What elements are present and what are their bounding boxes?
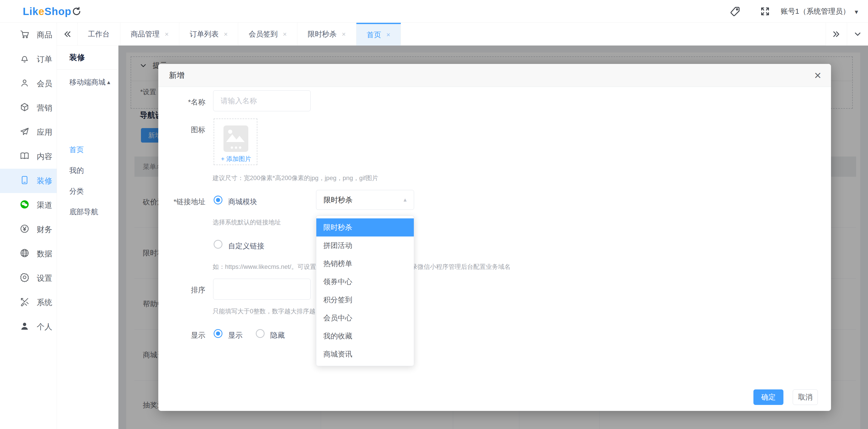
sidebar-item-label: 装修 [37,176,52,186]
chevrons-right-icon[interactable] [826,23,847,45]
sidebar-item-label: 个人 [37,321,52,332]
refresh-icon[interactable] [71,6,82,17]
gear-icon [20,272,30,284]
sidebar-item-apps[interactable]: 应用 [0,120,57,144]
submenu-item-bottom-nav[interactable]: 底部导航 [69,206,111,218]
display-show-label[interactable]: 显示 [228,330,243,340]
dropdown-option[interactable]: 积分签到 [316,291,414,309]
sidebar-item-orders[interactable]: 订单 [0,47,57,71]
sort-hint: 只能填写大于0整数，数字越大排序越 [213,307,315,315]
globe-icon [20,248,30,260]
sidebar-item-content[interactable]: 内容 [0,144,57,169]
dropdown-option[interactable]: 领券中心 [316,273,414,291]
sidebar-item-finance[interactable]: 财务 [0,217,57,242]
confirm-button[interactable]: 确定 [753,390,783,405]
tab-bar: 工作台 商品管理 × 订单列表 × 会员签到 × 限时秒杀 × 首页 × [57,23,868,45]
dropdown-option[interactable]: 会员中心 [316,309,414,327]
cube-icon [20,102,30,114]
tab-label: 限时秒杀 [308,29,337,39]
display-hide-radio[interactable] [256,329,265,338]
dropdown-option[interactable]: 商城资讯 [316,345,414,363]
link-select[interactable]: 限时秒杀 ▲ [316,190,414,210]
sidebar-item-label: 营销 [37,103,52,113]
tab-label: 商品管理 [131,29,160,39]
custom-link-radio[interactable] [214,240,222,249]
close-icon[interactable]: × [224,30,227,38]
tab-workbench[interactable]: 工作台 [78,23,120,45]
decorate-submenu: 装修 移动端商城 ▲ 首页 我的 分类 底部导航 [57,45,119,429]
sidebar-item-members[interactable]: 会员 [0,71,57,96]
tools-icon [20,297,30,308]
close-icon[interactable]: × [342,30,346,38]
sidebar-item-system[interactable]: 系统 [0,290,57,315]
submenu-item-category[interactable]: 分类 [69,185,111,198]
sidebar-item-label: 渠道 [37,200,52,211]
submenu-group-label: 移动端商城 [69,78,105,87]
paper-plane-icon [20,126,30,138]
dropdown-option[interactable]: 限时秒杀 [316,218,414,237]
close-icon[interactable]: × [814,68,821,83]
submenu-group-mobile-mall[interactable]: 移动端商城 ▲ [69,74,119,90]
book-icon [20,151,30,162]
submenu-item-mine[interactable]: 我的 [69,164,111,177]
cart-icon [20,29,30,41]
sidebar-item-decorate[interactable]: 装修 [0,169,57,193]
add-image-link[interactable]: + 添加图片 [214,155,258,163]
cancel-button[interactable]: 取消 [793,390,818,405]
tab-goods-manage[interactable]: 商品管理 × [120,23,179,45]
account-menu[interactable]: 账号1（系统管理员） [781,0,850,23]
dialog-header: 新增 × [158,64,831,87]
sidebar-item-label: 系统 [37,297,52,308]
sidebar-item-label: 数据 [37,249,52,259]
link-label: *链接地址 [158,197,205,207]
person-icon [20,78,30,90]
sidebar-item-label: 会员 [37,79,52,89]
sidebar-item-label: 订单 [37,54,52,65]
link-select-dropdown: 限时秒杀 拼团活动 热销榜单 领券中心 积分签到 会员中心 我的收藏 商城资讯 [316,216,414,366]
tab-label: 会员签到 [249,29,278,39]
dropdown-option[interactable]: 我的收藏 [316,327,414,345]
tab-label: 订单列表 [190,29,219,39]
tab-label: 工作台 [88,29,110,39]
sidebar-item-settings[interactable]: 设置 [0,266,57,290]
bell-icon [20,54,30,65]
caret-up-icon: ▲ [106,80,111,85]
tab-home[interactable]: 首页 × [356,23,401,45]
tag-icon[interactable] [730,6,741,17]
user-filled-icon [20,321,30,333]
chevrons-left-icon[interactable] [57,23,78,45]
display-hide-label[interactable]: 隐藏 [270,330,285,340]
link-select-value: 限时秒杀 [323,195,352,205]
fullscreen-icon[interactable] [760,6,770,17]
custom-link-radio-label[interactable]: 自定义链接 [228,241,264,251]
mall-module-radio[interactable] [214,195,222,205]
top-header: LikeShop 账号1（系统管理员） ▼ [0,0,868,23]
sort-input[interactable] [213,279,311,300]
sidebar-item-label: 内容 [37,151,52,162]
tab-order-list[interactable]: 订单列表 × [179,23,238,45]
submenu-title: 装修 [69,45,119,69]
chevron-down-icon[interactable] [847,23,868,45]
sidebar-item-data[interactable]: 数据 [0,242,57,266]
sidebar-item-channels[interactable]: 渠道 [0,193,57,217]
tab-member-signin[interactable]: 会员签到 × [238,23,297,45]
name-input[interactable] [213,90,311,111]
mall-module-radio-label[interactable]: 商城模块 [228,197,257,207]
account-caret-down-icon[interactable]: ▼ [854,9,859,16]
logo: LikeShop [23,0,71,23]
sort-label: 排序 [158,285,205,295]
custom-link-hint-right: 录微信小程序管理后台配置业务域名 [411,263,510,271]
submenu-item-home[interactable]: 首页 [69,143,111,156]
dropdown-option[interactable]: 拼团活动 [316,237,414,255]
close-icon[interactable]: × [165,30,168,38]
dropdown-option[interactable]: 热销榜单 [316,255,414,273]
sidebar-item-label: 财务 [37,224,52,235]
tab-flash-sale[interactable]: 限时秒杀 × [298,23,356,45]
close-icon[interactable]: × [283,30,286,38]
close-icon[interactable]: × [386,31,390,39]
sidebar-item-personal[interactable]: 个人 [0,315,57,339]
display-show-radio[interactable] [214,329,222,338]
sidebar-item-goods[interactable]: 商品 [0,23,57,47]
image-upload-box[interactable]: + 添加图片 [214,119,257,165]
sidebar-item-marketing[interactable]: 营销 [0,96,57,120]
